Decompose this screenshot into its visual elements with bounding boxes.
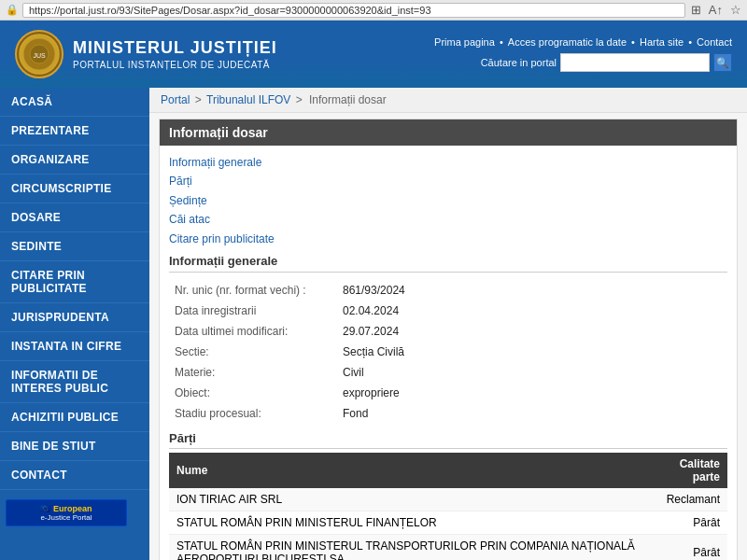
field-label: Obiect:: [169, 383, 337, 403]
info-table: Nr. unic (nr. format vechi) : 861/93/202…: [169, 280, 727, 424]
logo-emblem: JUS: [15, 30, 63, 78]
field-value: Secția Civilă: [337, 342, 727, 362]
link-info-generale[interactable]: Informații generale: [169, 153, 727, 172]
field-value: expropriere: [337, 383, 727, 403]
site-sub-title: PORTALUL INSTANȚELOR DE JUDECATĂ: [73, 60, 277, 70]
main-content: Portal > Tribunalul ILFOV > Informații d…: [149, 88, 747, 560]
parti-calitate: Pârât: [647, 511, 727, 534]
url-bar[interactable]: https://portal.just.ro/93/SitePages/Dosa…: [22, 3, 685, 18]
search-input[interactable]: [560, 53, 710, 72]
search-bar: Căutare in portal 🔍: [434, 53, 732, 72]
table-row: Materie: Civil: [169, 362, 727, 383]
field-value: 29.07.2024: [337, 321, 727, 342]
sidebar-item-instanta-cifre[interactable]: INSTANTA IN CIFRE: [0, 332, 149, 361]
browser-icon-1[interactable]: ⊞: [691, 3, 701, 17]
table-row: Stadiu procesual: Fond: [169, 403, 727, 424]
sidebar-item-informatii[interactable]: INFORMATII DE INTERES PUBLIC: [0, 361, 149, 403]
link-citare[interactable]: Citare prin publicitate: [169, 230, 727, 248]
field-label: Sectie:: [169, 342, 337, 362]
field-label: Data ultimei modificari:: [169, 321, 337, 342]
nav-acces-programatic[interactable]: Acces programatic la date: [508, 36, 627, 48]
search-label: Căutare in portal: [481, 57, 557, 68]
link-parti[interactable]: Părți: [169, 172, 727, 190]
sidebar-item-achizitii[interactable]: ACHIZITII PUBLICE: [0, 403, 149, 432]
nav-prima-pagina[interactable]: Prima pagina: [434, 36, 495, 48]
search-button[interactable]: 🔍: [713, 53, 732, 72]
content-box: Informații dosar Informații generale Păr…: [159, 119, 738, 560]
parti-calitate: Pârât: [647, 534, 727, 560]
breadcrumb-portal[interactable]: Portal: [161, 93, 190, 106]
browser-bar: 🔒 https://portal.just.ro/93/SitePages/Do…: [0, 0, 747, 21]
table-header-row: Nume Calitate parte: [169, 453, 727, 488]
table-row: Sectie: Secția Civilă: [169, 342, 727, 362]
parti-nume: STATUL ROMÂN PRIN MINISTERUL TRANSPORTUR…: [169, 534, 647, 560]
parti-title: Părți: [169, 431, 727, 449]
sidebar-item-organizare[interactable]: ORGANIZARE: [0, 146, 149, 175]
table-row: STATUL ROMÂN PRIN MINISTERUL FINANȚELOR …: [169, 511, 727, 534]
logo-text: MINISTERUL JUSTIȚIEI PORTALUL INSTANȚELO…: [73, 38, 277, 70]
breadcrumb-current: Informații dosar: [309, 93, 387, 106]
field-label: Data inregistrarii: [169, 301, 337, 321]
col-header-calitate: Calitate parte: [647, 453, 727, 488]
browser-icon-2[interactable]: A↑: [709, 3, 723, 17]
table-row: Data ultimei modificari: 29.07.2024: [169, 321, 727, 342]
sidebar-item-jurisprudenta[interactable]: JURISPRUDENTA: [0, 303, 149, 332]
breadcrumb-tribunal[interactable]: Tribunalul ILFOV: [206, 93, 290, 106]
link-cai-atac[interactable]: Căi atac: [169, 210, 727, 229]
content-body: Informații generale Părți Ședințe Căi at…: [160, 146, 737, 560]
header-nav-links: Prima pagina • Acces programatic la date…: [434, 36, 732, 48]
page-layout: ACASĂ PREZENTARE ORGANIZARE CIRCUMSCRIPT…: [0, 88, 747, 560]
site-header: JUS MINISTERUL JUSTIȚIEI PORTALUL INSTAN…: [0, 21, 747, 88]
browser-icons: ⊞ A↑ ☆: [691, 3, 741, 17]
table-row: Nr. unic (nr. format vechi) : 861/93/202…: [169, 280, 727, 301]
sidebar-item-dosare[interactable]: DOSARE: [0, 203, 149, 232]
section-links: Informații generale Părți Ședințe Căi at…: [169, 153, 727, 248]
field-value: 861/93/2024: [337, 280, 727, 301]
nav-harta-site[interactable]: Harta site: [640, 36, 684, 48]
table-row: STATUL ROMÂN PRIN MINISTERUL TRANSPORTUR…: [169, 534, 727, 560]
browser-icon-3[interactable]: ☆: [730, 3, 741, 17]
parti-calitate: Reclamant: [647, 488, 727, 511]
sidebar-item-bine-de-stiut[interactable]: BINE DE STIUT: [0, 432, 149, 461]
sidebar-item-acasa[interactable]: ACASĂ: [0, 88, 149, 117]
sidebar-item-prezentare[interactable]: PREZENTARE: [0, 117, 149, 146]
info-section-title: Informații generale: [169, 254, 727, 273]
sidebar-eu-logo: 🇪🇺 European e-Justice Portal: [0, 494, 149, 532]
parti-section: Părți Nume Calitate parte ION TIRIAC AIR…: [169, 431, 727, 560]
header-right: Prima pagina • Acces programatic la date…: [434, 36, 732, 72]
field-value: Civil: [337, 362, 727, 383]
field-label: Stadiu procesual:: [169, 403, 337, 424]
nav-contact[interactable]: Contact: [697, 36, 732, 48]
col-header-nume: Nume: [169, 453, 647, 488]
parti-nume: STATUL ROMÂN PRIN MINISTERUL FINANȚELOR: [169, 511, 647, 534]
link-sedinte[interactable]: Ședințe: [169, 191, 727, 210]
parti-nume: ION TIRIAC AIR SRL: [169, 488, 647, 511]
sidebar-item-contact[interactable]: CONTACT: [0, 461, 149, 490]
field-label: Materie:: [169, 362, 337, 383]
sidebar-item-sedinte[interactable]: SEDINTE: [0, 232, 149, 261]
table-row: Data inregistrarii 02.04.2024: [169, 301, 727, 321]
sidebar-item-citare[interactable]: CITARE PRIN PUBLICITATE: [0, 261, 149, 303]
content-header: Informații dosar: [160, 119, 737, 146]
field-value: Fond: [337, 403, 727, 424]
site-main-title: MINISTERUL JUSTIȚIEI: [73, 38, 277, 58]
field-label: Nr. unic (nr. format vechi) :: [169, 280, 337, 301]
table-row: Obiect: expropriere: [169, 383, 727, 403]
svg-text:JUS: JUS: [33, 52, 46, 59]
browser-icon: 🔒: [6, 4, 19, 16]
breadcrumb: Portal > Tribunalul ILFOV > Informații d…: [149, 88, 747, 113]
sidebar: ACASĂ PREZENTARE ORGANIZARE CIRCUMSCRIPT…: [0, 88, 149, 560]
field-value: 02.04.2024: [337, 301, 727, 321]
table-row: ION TIRIAC AIR SRL Reclamant: [169, 488, 727, 511]
sidebar-item-circumscriptie[interactable]: CIRCUMSCRIPTIE: [0, 175, 149, 203]
parti-table: Nume Calitate parte ION TIRIAC AIR SRL R…: [169, 453, 727, 560]
logo-area: JUS MINISTERUL JUSTIȚIEI PORTALUL INSTAN…: [15, 30, 277, 78]
